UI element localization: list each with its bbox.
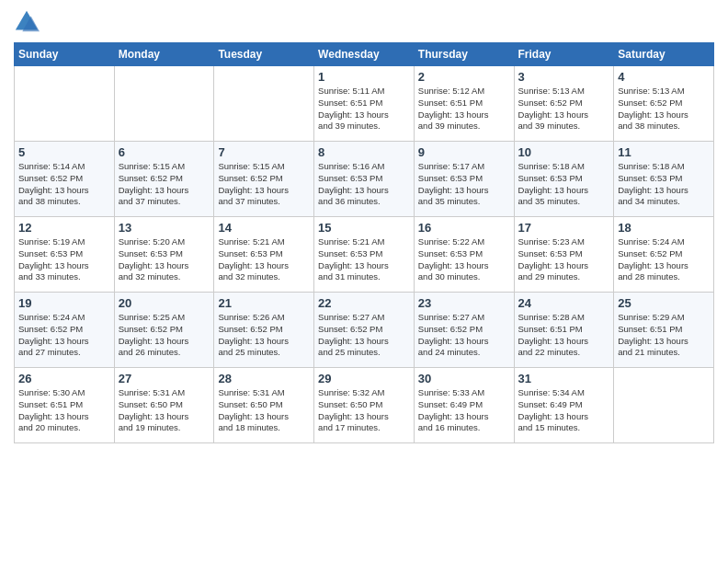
- cell-content: Daylight: 13 hours: [618, 109, 710, 121]
- cell-content: Sunset: 6:52 PM: [218, 324, 310, 336]
- cell-content: Daylight: 13 hours: [618, 260, 710, 272]
- day-number: 13: [119, 221, 210, 235]
- cell-content: Sunrise: 5:20 AM: [119, 236, 210, 248]
- calendar-header-row: SundayMondayTuesdayWednesdayThursdayFrid…: [15, 43, 714, 66]
- cell-content: Daylight: 13 hours: [418, 185, 510, 197]
- calendar-cell: [15, 66, 115, 142]
- day-number: 3: [518, 70, 610, 84]
- logo-icon: [14, 9, 40, 35]
- cell-content: and 31 minutes.: [318, 271, 410, 283]
- calendar-cell: 21Sunrise: 5:26 AMSunset: 6:52 PMDayligh…: [214, 293, 314, 368]
- day-number: 4: [618, 70, 710, 84]
- cell-content: Sunset: 6:51 PM: [18, 399, 110, 411]
- cell-content: and 29 minutes.: [518, 271, 610, 283]
- cell-content: Sunrise: 5:14 AM: [18, 161, 110, 173]
- calendar-cell: [114, 66, 214, 142]
- cell-content: Sunrise: 5:33 AM: [418, 387, 510, 399]
- cell-content: and 39 minutes.: [418, 121, 510, 132]
- cell-content: and 32 minutes.: [218, 271, 310, 283]
- cell-content: Sunrise: 5:13 AM: [618, 86, 710, 98]
- cell-content: Sunrise: 5:12 AM: [418, 86, 510, 98]
- cell-content: Daylight: 13 hours: [18, 336, 110, 348]
- cell-content: Sunset: 6:53 PM: [518, 173, 610, 185]
- cell-content: Sunset: 6:53 PM: [18, 248, 110, 260]
- cell-content: and 35 minutes.: [418, 196, 510, 208]
- day-number: 31: [518, 372, 610, 385]
- cell-content: Sunrise: 5:31 AM: [119, 387, 210, 399]
- cell-content: Daylight: 13 hours: [518, 185, 610, 197]
- day-number: 26: [18, 372, 110, 385]
- cell-content: Daylight: 13 hours: [518, 411, 610, 423]
- cell-content: and 35 minutes.: [518, 196, 610, 208]
- logo: [14, 9, 43, 35]
- day-header-friday: Friday: [514, 43, 614, 66]
- calendar-cell: 24Sunrise: 5:28 AMSunset: 6:51 PMDayligh…: [514, 293, 614, 368]
- calendar-table: SundayMondayTuesdayWednesdayThursdayFrid…: [14, 42, 714, 443]
- cell-content: and 26 minutes.: [119, 347, 210, 359]
- cell-content: Sunrise: 5:34 AM: [518, 387, 610, 399]
- day-number: 10: [518, 145, 610, 159]
- calendar-cell: 15Sunrise: 5:21 AMSunset: 6:53 PMDayligh…: [314, 217, 415, 293]
- calendar-cell: 30Sunrise: 5:33 AMSunset: 6:49 PMDayligh…: [414, 368, 514, 443]
- cell-content: Sunset: 6:49 PM: [418, 399, 510, 411]
- calendar-cell: 16Sunrise: 5:22 AMSunset: 6:53 PMDayligh…: [414, 217, 514, 293]
- cell-content: Daylight: 13 hours: [18, 260, 110, 272]
- cell-content: Daylight: 13 hours: [18, 185, 110, 197]
- cell-content: Sunset: 6:53 PM: [218, 248, 310, 260]
- cell-content: Sunrise: 5:11 AM: [318, 86, 410, 98]
- cell-content: Sunset: 6:53 PM: [318, 248, 410, 260]
- cell-content: Sunset: 6:51 PM: [418, 98, 510, 109]
- day-header-sunday: Sunday: [15, 43, 115, 66]
- day-number: 12: [18, 221, 110, 235]
- day-number: 15: [318, 221, 410, 235]
- cell-content: Sunset: 6:53 PM: [318, 173, 410, 185]
- calendar-cell: [214, 66, 314, 142]
- day-header-monday: Monday: [114, 43, 214, 66]
- calendar-week-2: 5Sunrise: 5:14 AMSunset: 6:52 PMDaylight…: [15, 142, 714, 217]
- cell-content: Sunrise: 5:15 AM: [218, 161, 310, 173]
- cell-content: Sunset: 6:52 PM: [518, 98, 610, 109]
- calendar-cell: 23Sunrise: 5:27 AMSunset: 6:52 PMDayligh…: [414, 293, 514, 368]
- cell-content: Daylight: 13 hours: [318, 336, 410, 348]
- cell-content: Sunset: 6:53 PM: [418, 173, 510, 185]
- cell-content: and 30 minutes.: [418, 271, 510, 283]
- cell-content: Sunset: 6:51 PM: [618, 324, 710, 336]
- day-number: 20: [119, 296, 210, 310]
- cell-content: Daylight: 13 hours: [518, 260, 610, 272]
- cell-content: Sunset: 6:52 PM: [418, 324, 510, 336]
- cell-content: Sunset: 6:51 PM: [318, 98, 410, 109]
- day-number: 29: [318, 372, 410, 385]
- cell-content: and 20 minutes.: [18, 422, 110, 434]
- day-number: 23: [418, 296, 510, 310]
- cell-content: Sunset: 6:52 PM: [318, 324, 410, 336]
- cell-content: Daylight: 13 hours: [318, 109, 410, 121]
- cell-content: Daylight: 13 hours: [218, 185, 310, 197]
- cell-content: Daylight: 13 hours: [618, 336, 710, 348]
- cell-content: Sunrise: 5:25 AM: [119, 312, 210, 324]
- calendar-cell: 22Sunrise: 5:27 AMSunset: 6:52 PMDayligh…: [314, 293, 415, 368]
- calendar-cell: 25Sunrise: 5:29 AMSunset: 6:51 PMDayligh…: [614, 293, 714, 368]
- cell-content: and 24 minutes.: [418, 347, 510, 359]
- cell-content: Daylight: 13 hours: [119, 411, 210, 423]
- cell-content: and 38 minutes.: [618, 121, 710, 132]
- calendar-week-1: 1Sunrise: 5:11 AMSunset: 6:51 PMDaylight…: [15, 66, 714, 142]
- cell-content: Daylight: 13 hours: [18, 411, 110, 423]
- calendar-cell: 20Sunrise: 5:25 AMSunset: 6:52 PMDayligh…: [114, 293, 214, 368]
- day-header-thursday: Thursday: [414, 43, 514, 66]
- cell-content: Sunset: 6:52 PM: [119, 324, 210, 336]
- cell-content: Sunrise: 5:19 AM: [18, 236, 110, 248]
- calendar-cell: 8Sunrise: 5:16 AMSunset: 6:53 PMDaylight…: [314, 142, 415, 217]
- cell-content: Sunset: 6:52 PM: [18, 173, 110, 185]
- cell-content: Sunset: 6:50 PM: [318, 399, 410, 411]
- day-number: 22: [318, 296, 410, 310]
- cell-content: Daylight: 13 hours: [418, 109, 510, 121]
- cell-content: Daylight: 13 hours: [418, 336, 510, 348]
- header: [14, 9, 714, 35]
- calendar-cell: 31Sunrise: 5:34 AMSunset: 6:49 PMDayligh…: [514, 368, 614, 443]
- day-header-wednesday: Wednesday: [314, 43, 415, 66]
- day-number: 28: [218, 372, 310, 385]
- cell-content: Sunrise: 5:24 AM: [18, 312, 110, 324]
- cell-content: Sunrise: 5:17 AM: [418, 161, 510, 173]
- cell-content: Sunset: 6:52 PM: [119, 173, 210, 185]
- day-number: 17: [518, 221, 610, 235]
